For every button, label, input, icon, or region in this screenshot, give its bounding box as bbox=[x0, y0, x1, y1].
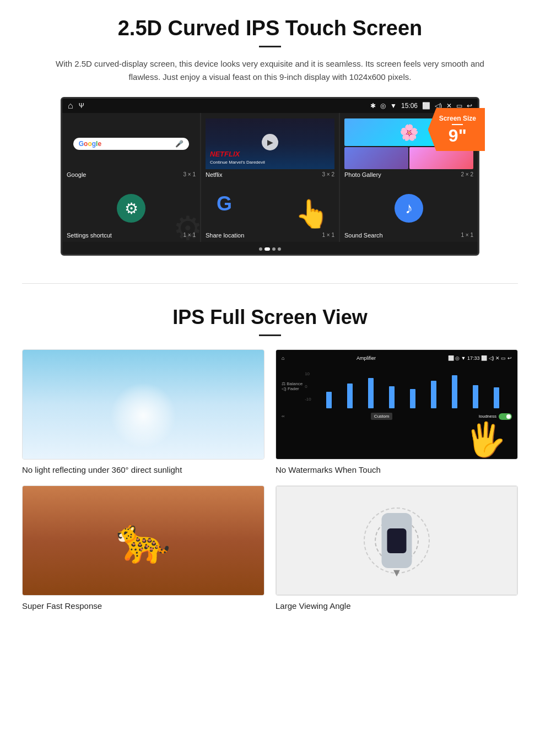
touch-hand-icon: 🖐 bbox=[465, 420, 506, 459]
section-ips-view: IPS Full Screen View No light reflecting… bbox=[0, 300, 540, 627]
title-underline bbox=[259, 46, 281, 47]
eq-bar-wrap-2 bbox=[347, 384, 353, 408]
section1-description: With 2.5D curved-display screen, this de… bbox=[55, 57, 485, 84]
home-icon[interactable]: ⌂ bbox=[68, 101, 73, 111]
eq-bar-wrap-6 bbox=[431, 381, 436, 408]
badge-label: Screen Size bbox=[439, 115, 476, 122]
feature-label-viewing-angle: Large Viewing Angle bbox=[276, 601, 518, 611]
eq-bar-wrap-9 bbox=[494, 387, 499, 408]
sound-app-name: Sound Search bbox=[344, 232, 383, 239]
eq-controls: ⚖ Balance ◁) Fader 10 0 -10 bbox=[282, 364, 512, 408]
dot-2-active[interactable] bbox=[264, 247, 270, 251]
cheetah-icon: 🐆 bbox=[116, 515, 171, 566]
eq-bar-7 bbox=[452, 375, 457, 408]
settings-bg-icon: ⚙ bbox=[173, 209, 200, 242]
netflix-app-name: Netflix bbox=[206, 171, 223, 178]
eq-loudness-label: loudness bbox=[479, 414, 496, 419]
photo-app-name: Photo Gallery bbox=[344, 171, 381, 178]
status-time: 15:06 bbox=[401, 102, 418, 110]
dot-4[interactable] bbox=[278, 247, 281, 251]
section2-underline bbox=[259, 334, 281, 336]
app-cell-share-location[interactable]: G 👆 Share location 1 × 1 bbox=[201, 181, 339, 242]
dot-1[interactable] bbox=[259, 247, 262, 251]
car-body bbox=[382, 513, 412, 568]
google-logo: Google bbox=[79, 140, 101, 148]
status-bar: ⌂ Ψ ✱ ◎ ▼ 15:06 ⬜ ◁) ✕ ▭ ↩ bbox=[62, 99, 478, 113]
netflix-preview: ▶ NETFLIX Continue Marvel's Daredevil bbox=[206, 118, 334, 169]
app-grid-row2: ⚙ ⚙ Settings shortcut 1 × 1 G 👆 bbox=[62, 181, 478, 242]
feature-label-no-watermarks: No Watermarks When Touch bbox=[276, 465, 518, 474]
feature-image-cheetah: 🐆 bbox=[22, 485, 264, 596]
eq-bar-3 bbox=[368, 378, 374, 408]
car-direction-arrow: ▼ bbox=[391, 566, 402, 579]
usb-icon: Ψ bbox=[79, 102, 84, 110]
eq-custom-button[interactable]: Custom bbox=[371, 413, 393, 420]
share-cell-content: G 👆 bbox=[206, 187, 334, 230]
eq-bar-wrap-5 bbox=[410, 389, 415, 408]
equalizer-visual: ⌂ Amplifier ⬜ ◎ ▼ 17:33 ⬜ ◁) ✕ ▭ ↩ ⚖ Bal… bbox=[276, 350, 517, 459]
hand-icon: 👆 bbox=[295, 198, 329, 230]
netflix-play-button[interactable]: ▶ bbox=[262, 134, 278, 150]
settings-app-name: Settings shortcut bbox=[67, 232, 112, 239]
app-cell-netflix[interactable]: ▶ NETFLIX Continue Marvel's Daredevil Ne… bbox=[201, 113, 339, 181]
dot-3[interactable] bbox=[272, 247, 276, 251]
feature-label-no-light: No light reflecting under 360° direct su… bbox=[22, 465, 264, 474]
screen-size-badge: Screen Size 9" bbox=[428, 108, 485, 151]
feature-image-eq: ⌂ Amplifier ⬜ ◎ ▼ 17:33 ⬜ ◁) ✕ ▭ ↩ ⚖ Bal… bbox=[276, 349, 518, 460]
sound-icon-wrapper: ♪ bbox=[395, 194, 423, 223]
photo-app-size: 2 × 2 bbox=[461, 171, 473, 178]
share-app-size: 1 × 1 bbox=[322, 232, 334, 239]
feature-image-sky bbox=[22, 349, 264, 460]
eq-bar-wrap-8 bbox=[473, 385, 478, 408]
eq-bar-8 bbox=[473, 385, 478, 408]
camera-icon: ⬜ bbox=[422, 102, 430, 110]
eq-bar-wrap-4 bbox=[389, 386, 395, 408]
flower-icon: 🌸 bbox=[399, 123, 419, 142]
app-cell-settings[interactable]: ⚙ ⚙ Settings shortcut 1 × 1 bbox=[62, 181, 200, 242]
google-app-size: 3 × 1 bbox=[183, 171, 196, 178]
app-grid-row1: Google 🎤 Google 3 × 1 ▶ bbox=[62, 113, 478, 181]
section2-title: IPS Full Screen View bbox=[22, 306, 518, 329]
dot-navigation bbox=[62, 244, 478, 254]
netflix-logo-text: NETFLIX bbox=[210, 150, 240, 158]
sound-app-size: 1 × 1 bbox=[461, 232, 473, 239]
eq-bar-1 bbox=[326, 392, 332, 408]
eq-scale: 10 0 -10 bbox=[305, 371, 311, 402]
eq-title: Amplifier bbox=[357, 355, 376, 361]
feature-super-fast: 🐆 Super Fast Response bbox=[22, 485, 264, 611]
status-bar-left: ⌂ Ψ bbox=[68, 101, 84, 111]
car-roof bbox=[387, 528, 407, 553]
badge-size: 9" bbox=[449, 126, 467, 145]
netflix-app-size: 3 × 2 bbox=[322, 171, 334, 178]
location-icon: ◎ bbox=[380, 102, 386, 110]
eq-bar-9 bbox=[494, 387, 499, 408]
app-cell-google[interactable]: Google 🎤 Google 3 × 1 bbox=[62, 113, 200, 181]
share-label-row: Share location 1 × 1 bbox=[206, 232, 334, 239]
google-search-bar[interactable]: Google 🎤 bbox=[73, 138, 190, 150]
eq-bar-wrap-7 bbox=[452, 375, 457, 408]
netflix-cell-content: ▶ NETFLIX Continue Marvel's Daredevil bbox=[206, 118, 334, 169]
settings-icon: ⚙ bbox=[117, 194, 145, 223]
badge-underline bbox=[452, 124, 463, 125]
eq-icons: ⬜ ◎ ▼ 17:33 ⬜ ◁) ✕ ▭ ↩ bbox=[448, 355, 512, 361]
section-divider bbox=[22, 283, 518, 284]
wifi-icon: ▼ bbox=[390, 102, 397, 110]
feature-image-car: ▼ bbox=[276, 485, 518, 596]
eq-loudness: loudness bbox=[479, 413, 512, 420]
photo-thumb-1 bbox=[344, 147, 408, 169]
eq-nav-icons: ‹‹ bbox=[282, 414, 284, 419]
screen-mockup-wrapper: Screen Size 9" ⌂ Ψ ✱ ◎ ▼ 15:06 ⬜ ◁) ✕ bbox=[61, 97, 479, 256]
eq-home-icon: ⌂ bbox=[282, 355, 284, 361]
mic-icon[interactable]: 🎤 bbox=[175, 140, 183, 148]
eq-bar-6 bbox=[431, 381, 436, 408]
google-cell-content: Google 🎤 bbox=[67, 118, 196, 169]
sound-cell-content: ♪ bbox=[344, 187, 473, 230]
share-app-name: Share location bbox=[206, 232, 244, 239]
eq-bars bbox=[314, 364, 512, 408]
android-screen: ⌂ Ψ ✱ ◎ ▼ 15:06 ⬜ ◁) ✕ ▭ ↩ bbox=[61, 97, 479, 256]
app-cell-sound-search[interactable]: ♪ Sound Search 1 × 1 bbox=[340, 181, 478, 242]
loudness-toggle[interactable] bbox=[499, 413, 512, 420]
eq-bar-wrap-1 bbox=[326, 392, 332, 408]
sky-visual bbox=[23, 350, 264, 459]
feature-no-watermarks: ⌂ Amplifier ⬜ ◎ ▼ 17:33 ⬜ ◁) ✕ ▭ ↩ ⚖ Bal… bbox=[276, 349, 518, 474]
